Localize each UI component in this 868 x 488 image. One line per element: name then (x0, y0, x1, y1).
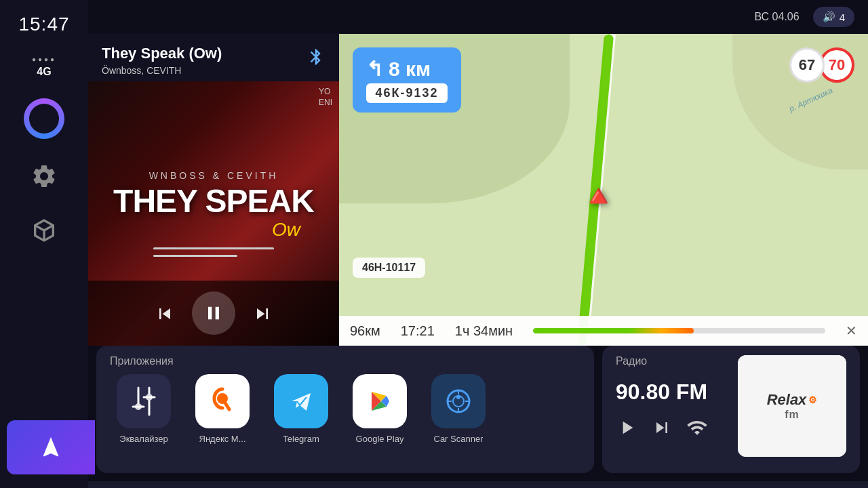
trip-time: 17:21 (401, 323, 435, 339)
album-subtitle: WNBOSS & CEVITH (149, 170, 279, 181)
relax-logo-text: Relax ⚙ (767, 391, 818, 409)
radio-stations-button[interactable] (686, 415, 708, 439)
time-display: 15:47 (18, 14, 69, 35)
signal-dots: ●●●● (32, 56, 56, 63)
map-background: р. Артюшка 🔺 ↰ 8 км 46К-9132 (339, 34, 868, 346)
app-label-googleplay: Google Play (356, 434, 404, 444)
date-display: ВС 04.06 (754, 11, 799, 23)
radio-play-button[interactable] (616, 415, 637, 439)
content-area: ВС 04.06 🔊 4 They Speak (Ow) Öwnboss, CE… (88, 0, 868, 488)
radio-info: Радио 90.80 FM (616, 355, 727, 464)
relax-fm-text: fm (785, 409, 800, 421)
radio-logo[interactable]: Relax ⚙ fm (738, 355, 846, 457)
nav-card: ↰ 8 км 46К-9132 (353, 47, 461, 113)
album-ow: Ow (272, 219, 300, 241)
signal-info: ●●●● 4G (32, 56, 56, 78)
sidebar: 15:47 ●●●● 4G (0, 0, 88, 488)
settings-icon[interactable] (27, 159, 61, 193)
apps-panel: Приложения (96, 346, 594, 473)
playback-controls (88, 281, 339, 346)
volume-icon: 🔊 (823, 11, 835, 23)
radio-frequency: 90.80 FM (616, 380, 727, 405)
apps-grid: Эквалайзер Яндекс М... (110, 374, 580, 444)
song-artist: Öwnboss, CEVITH (102, 65, 222, 76)
app-label-equalizer: Эквалайзер (119, 434, 167, 444)
middle-section: They Speak (Ow) Öwnboss, CEVITH YOENI WN… (88, 34, 868, 346)
svg-point-15 (441, 384, 476, 419)
app-item-equalizer[interactable]: Эквалайзер (110, 374, 178, 444)
top-bar: ВС 04.06 🔊 4 (88, 0, 868, 34)
apps-panel-title: Приложения (110, 355, 580, 367)
network-badge: 4G (37, 66, 51, 78)
circle-inner (29, 104, 59, 134)
status-circle[interactable] (24, 98, 64, 139)
app-item-googleplay[interactable]: Google Play (346, 374, 414, 444)
map-panel[interactable]: р. Артюшка 🔺 ↰ 8 км 46К-9132 (339, 34, 868, 346)
album-text-block: WNBOSS & CEVITH THEY SPEAK Ow (113, 170, 314, 258)
bar2 (153, 255, 237, 257)
trip-progress-bar (533, 328, 825, 333)
bluetooth-icon (307, 45, 326, 66)
song-info: They Speak (Ow) Öwnboss, CEVITH (88, 34, 339, 81)
app-icon-telegram (274, 374, 328, 428)
volume-button[interactable]: 🔊 4 (813, 7, 854, 27)
app-icon-equalizer (117, 374, 171, 428)
app-icon-googleplay (353, 374, 407, 428)
radio-next-button[interactable] (651, 415, 673, 439)
radio-panel-title: Радио (616, 355, 727, 367)
radio-controls (616, 415, 727, 439)
nav-distance: 8 км (389, 58, 431, 81)
app-icon-carscanner (431, 374, 486, 428)
nav-arrow-icon: ↰ (366, 57, 383, 81)
nav-direction-row: ↰ 8 км (366, 57, 448, 81)
album-art[interactable]: YOENI WNBOSS & CEVITH THEY SPEAK Ow (88, 81, 339, 346)
music-panel: They Speak (Ow) Öwnboss, CEVITH YOENI WN… (88, 34, 339, 346)
speed-badges: 67 70 (789, 47, 854, 83)
radio-panel: Радио 90.80 FM (602, 346, 860, 473)
next-button[interactable] (252, 302, 273, 325)
main-container: 15:47 ●●●● 4G (0, 0, 868, 488)
nav-plate: 46К-9132 (366, 83, 448, 103)
volume-level: 4 (840, 12, 845, 23)
trip-progress-fill (533, 328, 694, 333)
pause-button[interactable] (192, 291, 235, 335)
relax-word: Relax (767, 391, 807, 409)
road-label: 46H-10117 (353, 258, 425, 278)
album-corner-text: YOENI (319, 87, 332, 108)
speed-current: 67 (789, 47, 825, 83)
app-label-yandex: Яндекс М... (199, 434, 246, 444)
song-title: They Speak (Ow) (102, 45, 222, 62)
app-item-carscanner[interactable]: Car Scanner (425, 374, 492, 444)
progress-bars (153, 247, 274, 257)
svg-point-22 (456, 395, 460, 399)
app-item-telegram[interactable]: Telegram (267, 374, 335, 444)
cube-icon[interactable] (27, 214, 61, 247)
nav-arrow-car: 🔺 (580, 178, 617, 214)
relax-fm-logo: Relax ⚙ fm (738, 355, 846, 457)
app-label-telegram: Telegram (283, 434, 319, 444)
song-details: They Speak (Ow) Öwnboss, CEVITH (102, 45, 222, 76)
trip-km: 96км (350, 323, 380, 339)
trip-info-bar: 96км 17:21 1ч 34мин ✕ (339, 316, 868, 346)
app-label-carscanner: Car Scanner (434, 434, 484, 444)
bottom-section: Приложения (88, 346, 868, 481)
prev-button[interactable] (154, 302, 176, 325)
close-trip-button[interactable]: ✕ (846, 323, 857, 339)
relax-dot: ⚙ (808, 394, 817, 405)
bar1 (153, 247, 274, 249)
sidebar-bottom (0, 420, 95, 474)
app-item-yandex[interactable]: Яндекс М... (189, 374, 256, 444)
trip-eta: 1ч 34мин (455, 323, 513, 339)
app-icon-yandex (195, 374, 250, 428)
album-main-text: THEY SPEAK (113, 184, 314, 220)
nav-active-button[interactable] (7, 420, 95, 474)
